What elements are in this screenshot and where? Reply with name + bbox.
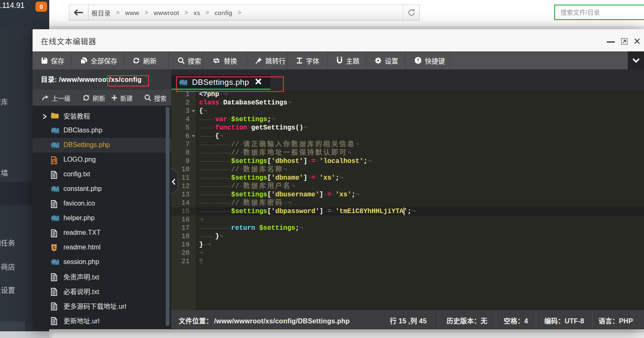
svg-text:5: 5 xyxy=(53,245,55,250)
svg-text:?: ? xyxy=(417,58,419,63)
